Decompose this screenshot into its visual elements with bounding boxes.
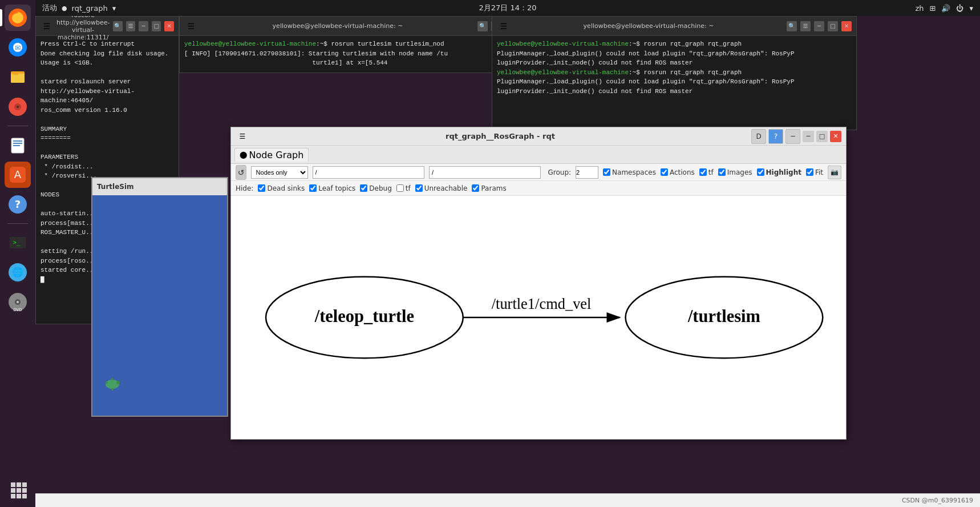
dead-sinks-checkbox[interactable] [258,184,265,192]
svg-point-38 [106,381,108,384]
namespace-filter-2[interactable] [429,166,541,179]
terminal-3-body: yellowbee@yellowbee-virtual-machine:~$ r… [492,36,856,130]
rqt-minimize[interactable]: ─ [803,131,814,142]
refresh-button[interactable]: ↺ [236,165,246,180]
svg-text:/teleop_turtle: /teleop_turtle [314,307,414,326]
lang-indicator[interactable]: zh [915,4,924,13]
snapshot-button[interactable]: 📷 [828,166,841,179]
tf-checkbox[interactable] [699,168,707,176]
sidebar-item-firefox[interactable] [5,5,31,31]
terminal-3-menu-btn[interactable]: ☰ [497,19,511,33]
terminal-roscore-maximize[interactable]: □ [152,21,161,31]
sidebar-item-grid[interactable] [5,476,31,502]
dead-sinks-group: Dead sinks [258,184,305,192]
params-group: Params [472,184,506,192]
sidebar-item-libreoffice[interactable] [5,132,31,158]
terminal-roscore-search[interactable]: 🔍 [113,21,123,31]
svg-rect-30 [11,488,15,493]
node-graph-tab-bar: ⬤ Node Graph [231,146,846,164]
terminal-3-menu[interactable]: ☰ [800,21,811,31]
volume-icon[interactable]: 🔊 [941,4,950,13]
rqt-toolbar-help[interactable]: D [751,129,766,144]
rqt-close[interactable]: ✕ [830,131,841,142]
turtle-icon [104,376,121,393]
terminal-roscore-close[interactable]: ✕ [164,21,174,31]
topbar-arrow: ▾ [969,4,973,13]
sidebar-item-help[interactable]: ? [5,191,31,218]
terminal-3-close[interactable]: ✕ [841,21,852,31]
namespace-filter-1[interactable] [313,166,424,179]
terminal-2-menu-btn[interactable]: ☰ [184,19,198,33]
rqt-window-title: rqt_graph__RosGraph - rqt [252,132,749,140]
svg-text:/turtlesim: /turtlesim [687,307,760,326]
namespaces-label: Namespaces [612,168,656,176]
graph-area[interactable]: /teleop_turtle /turtle1/cmd_vel /turtles… [231,196,846,439]
terminal-2-search[interactable]: 🔍 [477,21,488,31]
hide-label: Hide: [236,184,253,192]
unreachable-label: Unreachable [424,184,468,192]
svg-text:>_: >_ [13,239,21,246]
group-label: Group: [548,168,571,176]
svg-rect-27 [11,482,15,487]
sidebar-item-files[interactable] [5,64,31,90]
terminal-3-titlebar: ☰ yellowbee@yellowbee-virtual-machine: ~… [492,17,856,36]
leaf-topics-checkbox[interactable] [309,184,317,192]
sidebar-item-network[interactable]: 🌐 [5,259,31,285]
svg-rect-32 [22,488,27,493]
fit-label: Fit [815,168,823,176]
unreachable-group: Unreachable [415,184,468,192]
svg-text:DVD: DVD [13,308,22,312]
fit-checkbox[interactable] [806,168,813,176]
unreachable-checkbox[interactable] [415,184,423,192]
namespaces-checkbox[interactable] [603,168,610,176]
svg-point-37 [116,381,120,384]
terminal-3-maximize[interactable]: □ [828,21,838,31]
rqt-menu-icon[interactable]: ☰ [236,130,249,143]
sidebar-item-thunderbird[interactable]: ✉ [5,34,31,61]
terminal-roscore-menu-btn[interactable]: ☰ [41,19,53,33]
sidebar-item-terminal[interactable]: >_ [5,230,31,256]
group-value[interactable] [576,166,598,179]
tf-label: tf [708,168,714,176]
app-menu-arrow: ▾ [112,4,116,13]
svg-rect-33 [11,494,15,498]
sidebar-item-appstore[interactable]: A [5,162,31,188]
terminal-3-search[interactable]: 🔍 [787,21,797,31]
debug-group: Debug [360,184,391,192]
svg-point-25 [17,301,19,303]
power-icon[interactable]: ⏻ [956,4,963,13]
tf-check-group: tf [699,168,714,176]
filter-dropdown[interactable]: Nodes only Nodes/Topics (all) Nodes/Topi… [251,166,308,179]
debug-checkbox[interactable] [360,184,367,192]
terminal-roscore-titlebar: ☰ roscore http://yellowbee-virtual-machi… [36,17,179,36]
activity-label[interactable]: 活动 [42,3,57,13]
namespaces-check-group: Namespaces [603,168,656,176]
highlight-checkbox[interactable] [757,168,764,176]
svg-text:?: ? [15,198,21,210]
sidebar-item-dvd[interactable]: DVD [5,289,31,315]
network-icon: ⊞ [930,4,936,13]
sidebar-item-rhythmbox[interactable] [5,94,31,120]
rqt-maximize[interactable]: □ [816,131,828,142]
node-graph-svg: /teleop_turtle /turtle1/cmd_vel /turtles… [231,196,846,439]
terminal-roscore-minimize[interactable]: ─ [139,21,148,31]
topbar: 活动 ● rqt_graph ▾ 2月27日 14：20 zh ⊞ 🔊 ⏻ ▾ [35,0,980,16]
controls-row-1: ↺ Nodes only Nodes/Topics (all) Nodes/To… [231,164,846,181]
params-checkbox[interactable] [472,184,479,192]
terminal-3-minimize[interactable]: ─ [814,21,824,31]
rqt-toolbar-dash[interactable]: ─ [785,129,800,144]
node-graph-tab[interactable]: ⬤ Node Graph [234,148,309,162]
svg-rect-7 [13,73,18,75]
highlight-check-group: Highlight [757,168,801,176]
images-checkbox[interactable] [718,168,726,176]
turtlesim-title: TurtleSim [97,183,134,191]
highlight-label: Highlight [766,168,801,176]
svg-text:A: A [14,168,22,180]
rqt-toolbar-info[interactable]: ? [768,129,783,144]
app-name[interactable]: rqt_graph [72,4,108,13]
fit-check-group: Fit [806,168,823,176]
taskbar: ✉ A [0,0,35,507]
tf-hide-checkbox[interactable] [396,184,404,192]
actions-checkbox[interactable] [661,168,668,176]
terminal-roscore-menu[interactable]: ☰ [126,21,136,31]
